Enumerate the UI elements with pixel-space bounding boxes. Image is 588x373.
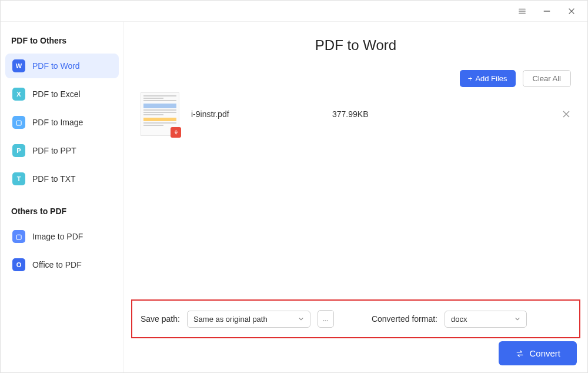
add-files-button[interactable]: + Add Files — [460, 70, 516, 87]
section-title-pdf-to-others: PDF to Others — [5, 32, 119, 54]
excel-icon: X — [12, 88, 25, 101]
sidebar-item-pdf-to-excel[interactable]: X PDF to Excel — [5, 82, 119, 106]
word-icon: W — [12, 59, 25, 72]
file-row: i-9instr.pdf 377.99KB — [141, 89, 571, 139]
close-icon[interactable] — [567, 7, 576, 15]
sidebar-item-pdf-to-image[interactable]: ▢ PDF to Image — [5, 110, 119, 135]
sidebar-item-label: PDF to Word — [32, 61, 80, 71]
convert-button[interactable]: Convert — [499, 341, 577, 365]
chevron-down-icon — [298, 316, 304, 322]
sidebar-item-pdf-to-txt[interactable]: T PDF to TXT — [5, 166, 119, 191]
file-thumbnail — [141, 92, 179, 136]
image-icon: ▢ — [12, 116, 25, 129]
chevron-down-icon — [514, 316, 520, 322]
pdf-badge-icon — [171, 127, 181, 138]
sidebar-item-label: PDF to PPT — [32, 146, 76, 155]
add-files-label: Add Files — [475, 74, 507, 83]
clear-all-label: Clear All — [533, 74, 561, 83]
ppt-icon: P — [12, 144, 25, 157]
sidebar-item-label: PDF to Image — [32, 118, 83, 127]
plus-icon: + — [468, 74, 473, 83]
minimize-icon[interactable] — [543, 7, 551, 15]
sidebar-item-pdf-to-word[interactable]: W PDF to Word — [5, 54, 119, 78]
save-path-value: Same as original path — [193, 315, 268, 324]
txt-icon: T — [12, 172, 25, 185]
header: PDF to Word — [124, 22, 587, 64]
sidebar: PDF to Others W PDF to Word X PDF to Exc… — [1, 22, 124, 372]
container: PDF to Others W PDF to Word X PDF to Exc… — [1, 22, 587, 372]
office-icon: O — [12, 258, 25, 271]
sidebar-item-label: PDF to Excel — [32, 89, 81, 99]
save-path-label: Save path: — [141, 314, 180, 324]
bottom-panel: Save path: Same as original path ... Con… — [131, 299, 580, 338]
sidebar-item-pdf-to-ppt[interactable]: P PDF to PPT — [5, 138, 119, 163]
format-value: docx — [451, 315, 467, 324]
remove-file-button[interactable] — [562, 109, 571, 119]
top-actions: + Add Files Clear All — [460, 70, 571, 87]
menu-icon[interactable] — [518, 7, 526, 15]
section-title-others-to-pdf: Others to PDF — [5, 195, 119, 224]
browse-label: ... — [323, 315, 329, 323]
sidebar-item-label: Image to PDF — [32, 232, 83, 241]
page-title: PDF to Word — [124, 37, 587, 54]
sidebar-item-label: PDF to TXT — [32, 174, 76, 184]
file-size: 377.99KB — [332, 109, 550, 119]
save-path-select[interactable]: Same as original path — [187, 311, 310, 328]
main-area: PDF to Word + Add Files Clear All — [124, 22, 587, 372]
clear-all-button[interactable]: Clear All — [523, 70, 571, 87]
format-select[interactable]: docx — [445, 311, 527, 328]
browse-button[interactable]: ... — [318, 310, 334, 328]
convert-label: Convert — [529, 348, 560, 358]
format-label: Converted format: — [372, 314, 437, 324]
sidebar-item-label: Office to PDF — [32, 260, 82, 269]
image-to-pdf-icon: ▢ — [12, 230, 25, 243]
titlebar — [1, 1, 587, 22]
convert-icon — [515, 349, 524, 358]
file-name: i-9instr.pdf — [191, 109, 320, 119]
sidebar-item-image-to-pdf[interactable]: ▢ Image to PDF — [5, 224, 119, 249]
sidebar-item-office-to-pdf[interactable]: O Office to PDF — [5, 252, 119, 277]
